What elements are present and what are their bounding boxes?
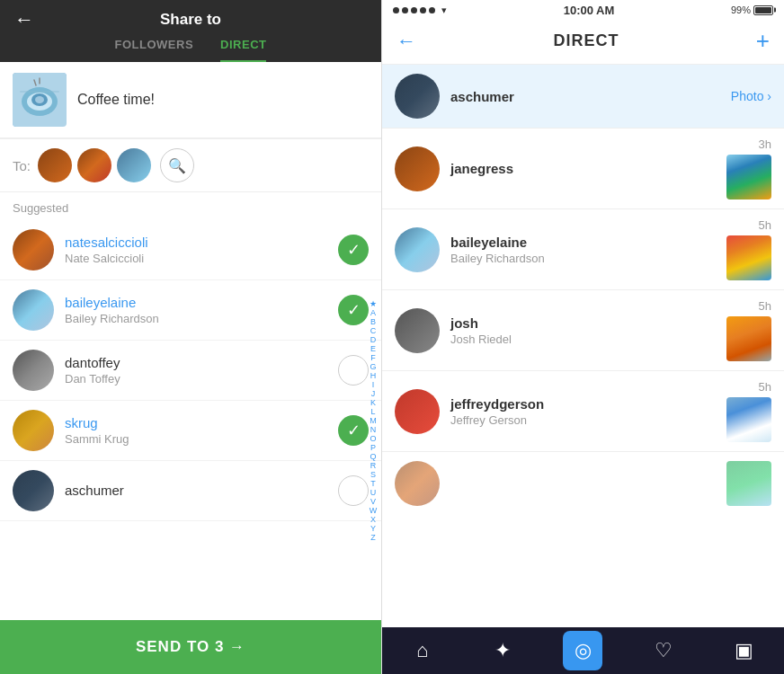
dm-info-aschumer: aschumer [450, 89, 731, 104]
dm-info-jeffreydgerson: jeffreydgerson Jeffrey Gerson [450, 396, 726, 427]
signal-dot [411, 7, 417, 13]
nav-home-button[interactable]: ⌂ [403, 631, 442, 670]
dm-info-janegress: janegress [450, 161, 726, 176]
dm-info-josh: josh Josh Riedel [450, 315, 726, 346]
dm-thumb-josh [726, 316, 771, 361]
post-image [13, 73, 67, 127]
contact-info-aschumer: aschumer [65, 483, 338, 500]
right-panel: ▾ 10:00 AM 99% ← DIRECT + aschumer Photo… [382, 0, 784, 674]
contact-fullname: Sammi Krug [65, 432, 338, 446]
dm-thumb-janegress [726, 155, 771, 200]
dm-time-josh: 5h [759, 299, 771, 313]
dm-username-baileyelaine: baileyelaine [450, 235, 726, 250]
dm-avatar-jeffreydgerson [395, 389, 440, 434]
direct-title: DIRECT [553, 31, 619, 50]
status-bar: ▾ 10:00 AM 99% [382, 0, 784, 20]
dm-row-jeffreydgerson[interactable]: jeffreydgerson Jeffrey Gerson 5h [382, 371, 784, 452]
contact-row[interactable]: natesalciccioli Nate Salciccioli ✓ [0, 220, 381, 280]
dm-thumb-jeffreydgerson [726, 397, 771, 442]
contact-username: skrug [65, 415, 338, 430]
tabs-row: FOLLOWERS DIRECT [115, 38, 267, 62]
dm-row-janegress[interactable]: janegress 3h [382, 129, 784, 209]
selected-avatar-1[interactable] [38, 148, 72, 182]
check-circle-natesalciccioli[interactable]: ✓ [338, 235, 369, 265]
heart-icon: ♡ [655, 639, 673, 662]
contact-avatar-natesalciccioli [13, 229, 54, 270]
send-to-label: SEND TO 3 → [136, 638, 245, 656]
photo-button-aschumer[interactable]: Photo › [731, 89, 771, 103]
nav-explore-button[interactable]: ✦ [483, 631, 522, 670]
status-time: 10:00 AM [564, 4, 615, 17]
empty-circle-dantoffey[interactable] [338, 355, 369, 386]
dm-meta-jeffreydgerson: 5h [726, 380, 771, 442]
dm-thumb-baileyelaine [726, 235, 771, 280]
contact-fullname: Dan Toffey [65, 372, 338, 386]
to-row: To: 🔍 [0, 139, 381, 192]
home-icon: ⌂ [416, 639, 428, 662]
contact-row[interactable]: baileyelaine Bailey Richardson ✓ [0, 280, 381, 341]
tab-followers[interactable]: FOLLOWERS [115, 38, 194, 62]
dm-username-josh: josh [450, 315, 726, 331]
nav-camera-button[interactable]: ◎ [563, 631, 602, 670]
new-direct-button[interactable]: + [756, 27, 770, 55]
dm-meta-josh: 5h [726, 299, 771, 361]
selected-avatar-2[interactable] [77, 148, 111, 182]
selected-avatar-3[interactable] [117, 148, 151, 182]
svg-rect-5 [20, 91, 59, 93]
contact-row[interactable]: aschumer [0, 461, 381, 521]
contact-username: dantoffey [65, 355, 338, 370]
battery-icon [753, 5, 773, 15]
dm-avatar-janegress [395, 146, 440, 191]
dm-fullname-jeffreydgerson: Jeffrey Gerson [450, 413, 726, 427]
contact-username: aschumer [65, 483, 338, 498]
contact-avatar-dantoffey [13, 350, 54, 391]
dm-list: aschumer Photo › janegress 3h baileyelai… [382, 65, 784, 627]
dm-time-jeffreydgerson: 5h [759, 380, 771, 394]
contact-username: natesalciccioli [65, 235, 338, 250]
dm-meta-baileyelaine: 5h [726, 218, 771, 280]
signal-dot [402, 7, 408, 13]
nav-profile-button[interactable]: ▣ [724, 631, 763, 670]
send-to-button[interactable]: SEND TO 3 → [0, 620, 381, 674]
suggested-label: Suggested [0, 192, 381, 220]
wifi-icon: ▾ [441, 4, 447, 16]
check-circle-baileyelaine[interactable]: ✓ [338, 295, 369, 325]
dm-fullname-josh: Josh Riedel [450, 333, 726, 346]
right-header: ← DIRECT + [382, 20, 784, 65]
dm-row-aschumer[interactable]: aschumer Photo › [382, 65, 784, 129]
search-avatar-btn[interactable]: 🔍 [160, 148, 194, 182]
profile-icon: ▣ [735, 639, 753, 662]
battery-fill [755, 7, 771, 13]
empty-circle-aschumer[interactable] [338, 475, 369, 506]
dm-avatar-partial [395, 461, 440, 506]
contact-info-baileyelaine: baileyelaine Bailey Richardson [65, 295, 338, 325]
dm-row-baileyelaine[interactable]: baileyelaine Bailey Richardson 5h [382, 209, 784, 290]
nav-heart-button[interactable]: ♡ [644, 631, 683, 670]
dm-avatar-aschumer [395, 74, 440, 119]
contact-info-natesalciccioli: natesalciccioli Nate Salciccioli [65, 235, 338, 265]
battery-tip [774, 8, 776, 13]
contact-username: baileyelaine [65, 295, 338, 310]
bottom-nav: ⌂ ✦ ◎ ♡ ▣ [382, 627, 784, 674]
dm-row-josh[interactable]: josh Josh Riedel 5h [382, 290, 784, 371]
dm-meta-janegress: 3h [726, 137, 771, 200]
dm-fullname-baileyelaine: Bailey Richardson [450, 252, 726, 265]
back-button-left[interactable]: ← [14, 8, 34, 31]
dm-time-baileyelaine: 5h [759, 218, 771, 232]
dm-username-aschumer: aschumer [450, 89, 731, 104]
dm-username-janegress: janegress [450, 161, 726, 176]
dm-row-partial[interactable] [382, 452, 784, 515]
svg-point-4 [35, 96, 44, 103]
tab-direct[interactable]: DIRECT [220, 38, 266, 62]
back-button-right[interactable]: ← [396, 30, 416, 53]
signal-dot [420, 7, 426, 13]
battery-indicator: 99% [731, 4, 773, 15]
signal-dot [429, 7, 435, 13]
contact-row[interactable]: dantoffey Dan Toffey [0, 341, 381, 401]
left-panel: ← Share to FOLLOWERS DIRECT [0, 0, 382, 674]
contact-row[interactable]: skrug Sammi Krug ✓ [0, 401, 381, 461]
contact-fullname: Bailey Richardson [65, 312, 338, 325]
signal-dots: ▾ [393, 4, 447, 16]
dm-avatar-josh [395, 308, 440, 353]
check-circle-skrug[interactable]: ✓ [338, 415, 369, 446]
